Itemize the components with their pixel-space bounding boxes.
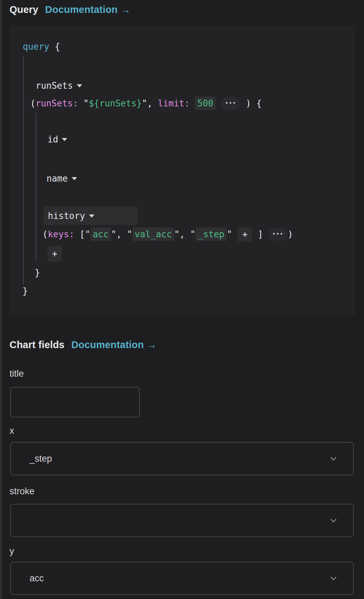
y-select-value: acc xyxy=(30,573,44,584)
caret-down-icon xyxy=(62,138,67,141)
arrow-right-icon: → xyxy=(147,339,157,350)
indent-guide-level2 xyxy=(36,113,36,261)
field-id[interactable]: id xyxy=(48,134,67,145)
code-line-history-args: (keys: ["acc", "val_acc", "_step" + ] ••… xyxy=(42,228,293,240)
code-line-close-inner: } xyxy=(35,267,40,278)
more-options-button[interactable]: ••• xyxy=(268,228,288,241)
title-field-label: title xyxy=(10,369,24,379)
stroke-select[interactable] xyxy=(10,504,354,537)
add-field-button[interactable]: + xyxy=(48,246,62,261)
key-token-step[interactable]: _step xyxy=(196,227,227,241)
graphql-query-editor[interactable]: query { runSets (runSets: "${runSets}", … xyxy=(10,25,355,315)
field-runsets[interactable]: runSets xyxy=(36,80,82,91)
query-heading: Query xyxy=(10,4,38,15)
x-select[interactable]: _step xyxy=(10,442,354,475)
chevron-down-icon xyxy=(330,576,337,580)
field-name[interactable]: name xyxy=(47,173,77,184)
x-select-value: _step xyxy=(30,453,52,464)
chevron-down-icon xyxy=(330,457,337,461)
y-select[interactable]: acc xyxy=(10,562,354,595)
query-section-header: Query Documentation → xyxy=(10,4,131,15)
more-options-button[interactable]: ••• xyxy=(221,97,240,110)
key-token-acc[interactable]: acc xyxy=(90,227,111,241)
chart-fields-documentation-link[interactable]: Documentation → xyxy=(71,339,157,350)
chart-fields-section-header: Chart fields Documentation → xyxy=(10,339,157,350)
code-line-close-outer: } xyxy=(22,285,28,297)
limit-value-token[interactable]: 500 xyxy=(195,97,216,110)
x-field-label: x xyxy=(10,426,14,436)
caret-down-icon xyxy=(72,177,77,180)
query-documentation-link[interactable]: Documentation → xyxy=(45,4,131,15)
arrow-right-icon: → xyxy=(121,4,131,15)
indent-guide-level1 xyxy=(23,57,24,285)
y-field-label: y xyxy=(10,546,14,557)
caret-down-icon xyxy=(77,84,82,87)
title-input[interactable] xyxy=(10,387,140,417)
chart-fields-heading: Chart fields xyxy=(10,339,65,350)
field-history[interactable]: history xyxy=(43,207,138,225)
code-line-runsets-args: (runSets: "${runSets}", limit: 500 ••• )… xyxy=(30,98,262,109)
code-line-query: query { xyxy=(23,41,60,52)
panel-left-border xyxy=(1,0,1,599)
add-key-button[interactable]: + xyxy=(237,227,252,241)
chevron-down-icon xyxy=(330,518,337,523)
stroke-field-label: stroke xyxy=(10,486,35,497)
key-token-val-acc[interactable]: val_acc xyxy=(132,227,175,241)
caret-down-icon xyxy=(89,215,94,218)
